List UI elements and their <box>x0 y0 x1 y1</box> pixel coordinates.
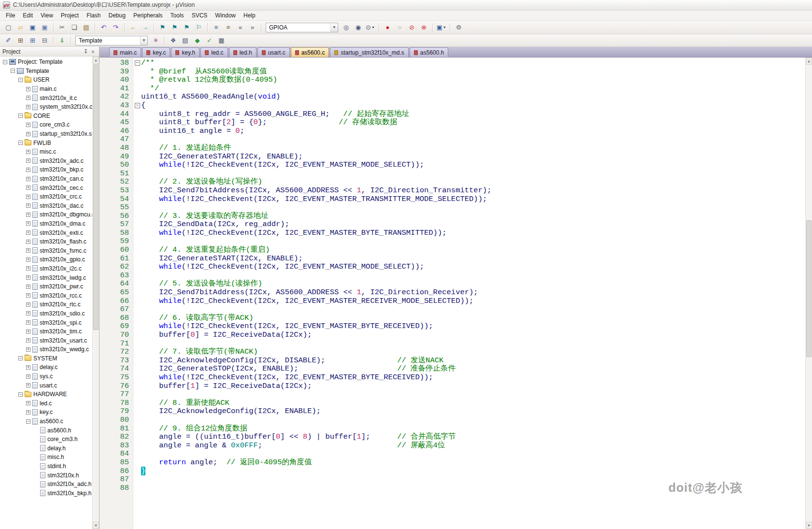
tree-item-delay-h[interactable]: delay.h <box>0 444 92 453</box>
tree-item-stm32f10x-can-c[interactable]: +stm32f10x_can.c <box>0 174 92 184</box>
line-number[interactable]: 84 <box>100 450 133 458</box>
bookmark-previous-icon[interactable]: ⚑ <box>169 23 180 32</box>
code-line-50[interactable]: 50 while(!I2C_CheckEvent(I2Cx, I2C_EVENT… <box>100 161 805 170</box>
code-line-73[interactable]: 73 I2C_AcknowledgeConfig(I2Cx, DISABLE);… <box>100 357 805 365</box>
options-for-target-icon[interactable]: ✳ <box>150 36 161 45</box>
tree-item-project-template[interactable]: −Project: Template <box>0 57 92 67</box>
menu-tools[interactable]: Tools <box>167 11 188 20</box>
tree-item-stm32f10x-bkp-c[interactable]: +stm32f10x_bkp.c <box>0 165 92 174</box>
scroll-up-icon[interactable]: ▲ <box>93 57 99 64</box>
line-number[interactable]: 58 <box>100 229 133 238</box>
cut-icon[interactable]: ✂ <box>57 23 68 32</box>
tree-expander-icon[interactable]: + <box>26 240 30 244</box>
indent-icon[interactable]: » <box>247 23 258 32</box>
undo-icon[interactable]: ↶ <box>98 23 109 32</box>
line-number[interactable]: 54 <box>100 195 133 204</box>
tree-item-usart-c[interactable]: +usart.c <box>0 381 92 390</box>
insert-breakpoint-icon[interactable]: ● <box>382 23 393 32</box>
tree-expander-icon[interactable]: + <box>26 293 30 298</box>
scroll-thumb[interactable] <box>806 220 812 357</box>
code-line-63[interactable]: 63 <box>100 272 805 280</box>
tab-led-h[interactable]: led.h <box>229 47 256 57</box>
tree-item-delay-c[interactable]: +delay.c <box>0 363 92 372</box>
line-number[interactable]: 61 <box>100 255 133 263</box>
tab-main-c[interactable]: main.c <box>109 47 141 57</box>
fold-collapse-icon[interactable]: − <box>135 103 140 108</box>
scroll-track[interactable] <box>93 64 99 522</box>
line-number[interactable]: 41 <box>100 85 133 93</box>
line-number[interactable]: 76 <box>100 382 133 391</box>
fold-margin[interactable]: − <box>133 101 141 110</box>
tree-item-stm32f10x-flash-c[interactable]: +stm32f10x_flash.c <box>0 237 92 246</box>
code-line-46[interactable]: 46 uint16_t angle = 0; <box>100 127 805 136</box>
tree-expander-icon[interactable]: − <box>18 114 23 118</box>
dropdown-arrow-icon[interactable]: ▼ <box>371 26 375 29</box>
uncomment-selection-icon[interactable]: ≡ <box>223 23 234 32</box>
code-line-57[interactable]: 57 I2C_SendData(I2Cx, reg_addr); <box>100 220 805 229</box>
line-number[interactable]: 74 <box>100 365 133 373</box>
bookmark-next-icon[interactable]: ⚑ <box>181 23 192 32</box>
menu-edit[interactable]: Edit <box>19 11 37 20</box>
tab-as5600-c[interactable]: as5600.c <box>291 47 329 57</box>
manage-project-items-icon[interactable]: ▤ <box>180 36 191 45</box>
tree-item-stm32f10x-gpio-c[interactable]: +stm32f10x_gpio.c <box>0 255 92 264</box>
tree-item-core-cm3-h[interactable]: core_cm3.h <box>0 435 92 444</box>
code-line-72[interactable]: 72 // 7. 读取低字节(带NACK) <box>100 348 805 357</box>
line-number[interactable]: 80 <box>100 416 133 425</box>
tree-expander-icon[interactable]: − <box>18 141 23 145</box>
tree-expander-icon[interactable]: − <box>26 419 30 424</box>
tree-expander-icon[interactable]: + <box>26 195 30 199</box>
tree-item-system-stm32f10x-c[interactable]: +system_stm32f10x.c <box>0 102 92 112</box>
code-line-53[interactable]: 53 I2C_Send7bitAddress(I2Cx, AS5600_ADDR… <box>100 186 805 195</box>
save-icon[interactable]: ▣ <box>27 23 38 32</box>
line-number[interactable]: 79 <box>100 407 133 416</box>
code-line-74[interactable]: 74 I2C_GenerateSTOP(I2Cx, ENABLE); // 准备… <box>100 365 805 373</box>
tree-expander-icon[interactable]: + <box>26 168 30 172</box>
tree-item-stm32f10x-i2c-c[interactable]: +stm32f10x_i2c.c <box>0 264 92 273</box>
tree-item-fwlib[interactable]: −FWLIB <box>0 138 92 147</box>
line-number[interactable]: 83 <box>100 442 133 450</box>
line-number[interactable]: 55 <box>100 203 133 212</box>
tree-expander-icon[interactable]: + <box>26 158 30 163</box>
code-line-39[interactable]: 39 * @brief 从AS5600读取角度值 <box>100 68 805 76</box>
tree-expander-icon[interactable]: − <box>11 69 15 73</box>
line-number[interactable]: 68 <box>100 314 133 323</box>
find-icon[interactable]: ◉ <box>353 23 364 32</box>
line-number[interactable]: 43 <box>100 101 133 110</box>
tree-item-stm32f10x-h[interactable]: stm32f10x.h <box>0 471 92 480</box>
tree-expander-icon[interactable]: + <box>26 374 30 379</box>
runtime-environment-icon[interactable]: ◆ <box>192 36 203 45</box>
code-line-61[interactable]: 61 I2C_GenerateSTART(I2Cx, ENABLE); <box>100 255 805 263</box>
code-line-58[interactable]: 58 while(!I2C_CheckEvent(I2Cx, I2C_EVENT… <box>100 229 805 238</box>
tree-expander-icon[interactable]: + <box>26 96 30 100</box>
code-line-76[interactable]: 76 buffer[1] = I2C_ReceiveData(I2Cx); <box>100 382 805 391</box>
line-number[interactable]: 71 <box>100 340 133 348</box>
line-number[interactable]: 73 <box>100 357 133 365</box>
tree-item-system[interactable]: −SYSTEM <box>0 354 92 363</box>
tab-startup-stm32f10x-md-s[interactable]: startup_stm32f10x_md.s <box>330 47 408 57</box>
tree-item-stm32f10x-cec-c[interactable]: +stm32f10x_cec.c <box>0 183 92 192</box>
tree-expander-icon[interactable]: + <box>26 365 30 370</box>
line-number[interactable]: 77 <box>100 390 133 399</box>
code-line-82[interactable]: 82 angle = ((uint16_t)buffer[0] << 8) | … <box>100 433 805 442</box>
tree-item-stm32f10x-sdio-c[interactable]: +stm32f10x_sdio.c <box>0 309 92 318</box>
tree-item-hardware[interactable]: −HARDWARE <box>0 390 92 399</box>
code-line-84[interactable]: 84 <box>100 450 805 458</box>
tree-item-stm32f10x-exti-c[interactable]: +stm32f10x_exti.c <box>0 228 92 237</box>
find-text-combo[interactable]: GPIOA▼ <box>266 23 338 32</box>
project-scrollbar[interactable]: ▲ ▼ <box>92 57 99 529</box>
tree-expander-icon[interactable]: + <box>26 338 30 343</box>
tree-expander-icon[interactable]: + <box>26 275 30 280</box>
code-line-48[interactable]: 48 // 1. 发送起始条件 <box>100 144 805 153</box>
configuration-icon[interactable]: ⚙ <box>453 23 464 32</box>
code-line-71[interactable]: 71 <box>100 340 805 348</box>
tree-item-sys-c[interactable]: +sys.c <box>0 372 92 381</box>
close-icon[interactable]: × <box>89 48 97 55</box>
tree-expander-icon[interactable]: + <box>26 132 30 136</box>
scroll-up-icon[interactable]: ▲ <box>806 57 812 65</box>
menu-flash[interactable]: Flash <box>83 11 104 20</box>
tree-item-stm32f10x-dma-c[interactable]: +stm32f10x_dma.c <box>0 219 92 229</box>
select-target-combo-dropdown-icon[interactable]: ▼ <box>140 36 147 45</box>
tree-expander-icon[interactable]: − <box>18 392 23 397</box>
code-line-56[interactable]: 56 // 3. 发送要读取的寄存器地址 <box>100 212 805 221</box>
